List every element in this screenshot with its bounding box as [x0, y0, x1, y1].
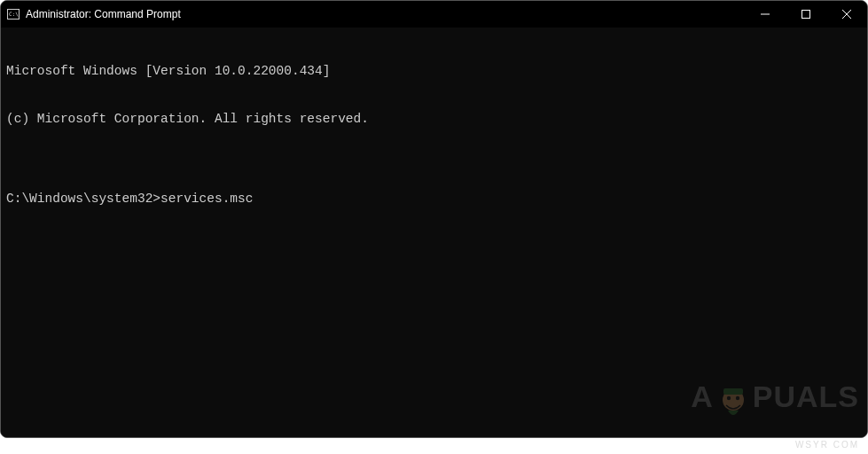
- close-button[interactable]: [826, 1, 867, 27]
- window-title: Administrator: Command Prompt: [26, 8, 745, 20]
- titlebar[interactable]: C:\ Administrator: Command Prompt: [1, 1, 867, 27]
- prompt-line: C:\Windows\system32>services.msc: [6, 191, 862, 207]
- svg-text:C:\: C:\: [9, 11, 19, 17]
- maximize-button[interactable]: [786, 1, 826, 27]
- typed-command: services.msc: [160, 191, 253, 207]
- terminal-output[interactable]: Microsoft Windows [Version 10.0.22000.43…: [1, 27, 867, 437]
- svg-rect-3: [802, 11, 810, 19]
- output-line: (c) Microsoft Corporation. All rights re…: [6, 111, 862, 127]
- cmd-icon: C:\: [6, 7, 20, 21]
- prompt-path: C:\Windows\system32>: [6, 191, 160, 207]
- output-line: Microsoft Windows [Version 10.0.22000.43…: [6, 63, 862, 79]
- window-controls: [745, 1, 867, 27]
- command-prompt-window: C:\ Administrator: Command Prompt Micros…: [0, 0, 868, 438]
- sub-watermark: WSYR COM: [795, 440, 859, 450]
- minimize-button[interactable]: [745, 1, 786, 27]
